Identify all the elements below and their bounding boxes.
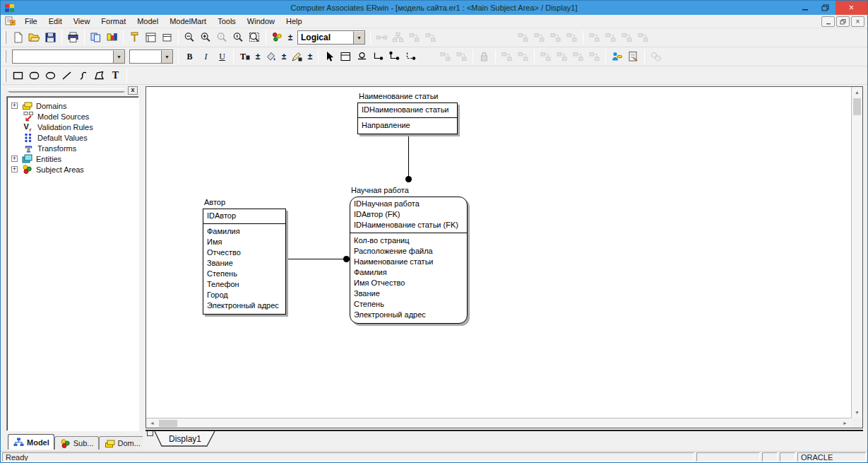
explorer-tab-model[interactable]: Model	[8, 434, 54, 450]
toolbar-separator	[472, 49, 473, 64]
print-button[interactable]	[65, 30, 81, 45]
relationship-line-article-to-work[interactable]	[408, 136, 409, 180]
vertical-scroll-thumb[interactable]	[853, 98, 861, 115]
entity-box[interactable]: IDНаучная работаIDАвтор (FK)IDНаименован…	[350, 197, 468, 324]
report-button[interactable]	[625, 49, 641, 64]
rounded-rectangle-tool-button[interactable]	[26, 68, 42, 83]
toolbar-grip[interactable]	[4, 50, 6, 63]
copy-button[interactable]	[88, 30, 104, 45]
new-button[interactable]	[10, 30, 26, 45]
diagram-canvas[interactable]: Наименование статьиIDНаименование статьи…	[146, 87, 851, 418]
close-button[interactable]: ×	[836, 1, 867, 15]
mdi-minimize-button[interactable]	[821, 16, 835, 27]
entity-attribute: Степень	[354, 299, 463, 310]
note-editor-button[interactable]	[159, 30, 175, 45]
mdi-restore-button[interactable]	[836, 16, 850, 27]
scroll-right-arrow[interactable]: ►	[840, 418, 850, 428]
toolbar-grip[interactable]	[4, 69, 6, 82]
expand-plus-icon[interactable]: +	[11, 166, 18, 172]
font-size-combo[interactable]: ▼	[129, 49, 173, 64]
menu-help[interactable]: Help	[280, 16, 308, 27]
bold-button[interactable]: B	[182, 49, 198, 64]
entity-box[interactable]: IDНаименование статьиНаправление	[357, 102, 458, 134]
underline-button[interactable]: U	[214, 49, 230, 64]
model-view-combo[interactable]: Logical▼	[297, 30, 365, 45]
ellipse-tool-button[interactable]	[42, 68, 59, 83]
mdi-close-button[interactable]: ×	[851, 16, 864, 27]
menu-format[interactable]: Format	[95, 16, 131, 27]
vertical-scrollbar[interactable]: ▲ ▼	[851, 87, 862, 418]
explorer-tab-dom[interactable]: Dom...	[99, 436, 145, 450]
identifying-relationship-button[interactable]	[370, 49, 386, 64]
line-tool-button[interactable]	[59, 68, 75, 83]
text-color-button[interactable]: T	[237, 49, 253, 64]
entity-attribute: Фамилия	[354, 267, 463, 278]
rectangle-tool-button[interactable]	[10, 68, 26, 83]
format-painter-button[interactable]	[104, 30, 120, 45]
combo-dropdown-icon[interactable]: ▼	[161, 50, 172, 63]
align-right-button	[564, 30, 580, 45]
display-options-dropdown[interactable]: ±	[285, 30, 295, 45]
zoom-area-button[interactable]	[246, 30, 263, 45]
menu-tools[interactable]: Tools	[212, 16, 242, 27]
security-button[interactable]	[609, 49, 625, 64]
curve-tool-button[interactable]	[75, 68, 91, 83]
tree-item-domains[interactable]: +Domains	[8, 100, 137, 111]
non-identifying-relationship-button[interactable]	[403, 49, 419, 64]
zoom-out-button[interactable]	[182, 30, 198, 45]
entity-name-label: Научная работа	[351, 185, 409, 196]
select-tool-button[interactable]	[321, 49, 338, 64]
menu-window[interactable]: Window	[242, 16, 280, 27]
scroll-left-arrow[interactable]: ◄	[147, 418, 157, 428]
scroll-up-arrow[interactable]: ▲	[852, 88, 862, 97]
explorer-tab-sub[interactable]: Sub...	[54, 436, 99, 450]
tree-item-validation-rules[interactable]: VrValidation Rules	[8, 122, 137, 132]
menu-view[interactable]: View	[68, 16, 96, 27]
open-button[interactable]	[26, 30, 42, 45]
text-tool-button[interactable]: T	[107, 68, 124, 83]
tree-item-default-values[interactable]: Default Values	[8, 132, 137, 143]
many-to-many-relationship-button[interactable]	[386, 49, 403, 64]
stored-display-button[interactable]	[269, 30, 285, 45]
text-color-dropdown[interactable]: ±	[253, 49, 263, 64]
menu-modelmart[interactable]: ModelMart	[164, 16, 212, 27]
menu-model[interactable]: Model	[131, 16, 164, 27]
horizontal-scroll-thumb[interactable]	[159, 420, 177, 427]
minimize-button[interactable]	[795, 1, 815, 15]
entity-name-label: Наименование статьи	[359, 91, 439, 102]
expand-plus-icon[interactable]: +	[11, 156, 18, 162]
relationship-line-author-to-work[interactable]	[288, 259, 350, 259]
zoom-normal-button[interactable]	[230, 30, 246, 45]
menu-file[interactable]: File	[19, 16, 43, 27]
font-name-combo[interactable]: ▼	[12, 49, 125, 64]
tab-display1[interactable]: Display1	[154, 431, 216, 448]
tree-item-entities[interactable]: +Entities	[8, 153, 137, 164]
panel-close-button[interactable]: x	[128, 86, 138, 95]
line-color-dropdown[interactable]: ±	[305, 49, 315, 64]
expand-plus-icon[interactable]: +	[11, 102, 18, 109]
drawing-toolbar: T	[1, 66, 867, 85]
combo-dropdown-icon[interactable]: ▼	[353, 31, 364, 44]
italic-button[interactable]: I	[198, 49, 214, 64]
tree-item-subject-areas[interactable]: +Subject Areas	[8, 164, 137, 175]
subtype-tool-button[interactable]	[354, 49, 370, 64]
polygon-tool-button[interactable]	[91, 68, 107, 83]
fill-color-button[interactable]	[263, 49, 279, 64]
panel-drag-handle[interactable]: x	[6, 86, 139, 95]
fill-color-dropdown[interactable]: ±	[279, 49, 289, 64]
combo-dropdown-icon[interactable]: ▼	[113, 50, 124, 63]
line-color-button[interactable]	[289, 49, 305, 64]
entity-box[interactable]: IDАвторФамилияИмяОтчествоЗваниеСтепеньТе…	[203, 209, 286, 315]
horizontal-scrollbar[interactable]: ◄ ►	[146, 418, 851, 428]
entity-editor-button[interactable]	[143, 30, 159, 45]
tree-item-transforms[interactable]: TTransforms	[8, 143, 137, 153]
tree-item-model-sources[interactable]: Model Sources	[8, 111, 137, 122]
pin-button[interactable]	[126, 30, 143, 45]
zoom-in-button[interactable]	[198, 30, 214, 45]
entity-tool-button[interactable]	[338, 49, 354, 64]
save-button[interactable]	[42, 30, 59, 45]
maximize-button[interactable]	[815, 1, 836, 15]
scroll-down-arrow[interactable]: ▼	[852, 408, 862, 417]
menu-edit[interactable]: Edit	[43, 16, 68, 27]
toolbar-grip[interactable]	[4, 31, 6, 44]
